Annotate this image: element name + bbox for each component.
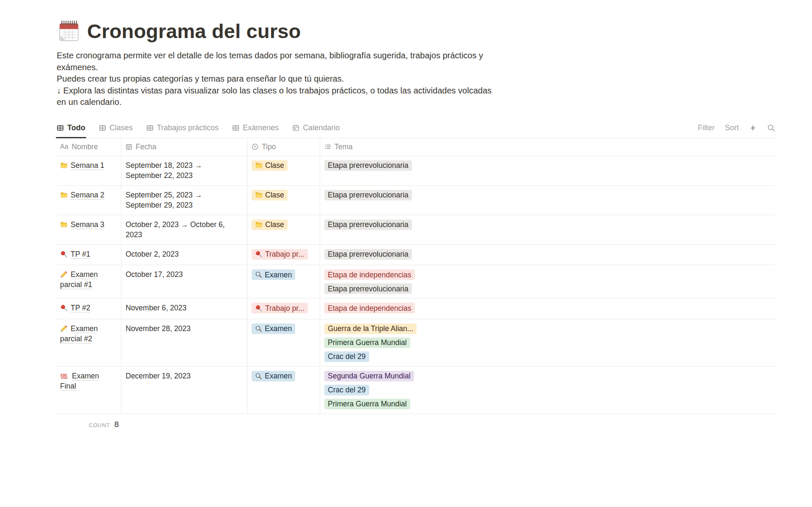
tag-label: Etapa de independencias: [328, 270, 411, 280]
tag-label: Trabajo pr...: [265, 249, 304, 259]
fecha-cell[interactable]: October 2, 2023 → October 6, 2023: [121, 215, 247, 244]
tag-label: Etapa prerrevolucionaria: [328, 219, 409, 230]
name-cell[interactable]: Examen parcial #1: [57, 265, 121, 298]
tema-cell[interactable]: Etapa prerrevolucionaria: [320, 245, 775, 265]
fecha-cell[interactable]: October 2, 2023: [121, 245, 247, 265]
column-header-tipo[interactable]: Tipo: [247, 138, 320, 156]
column-header-fecha[interactable]: Fecha: [121, 138, 247, 156]
fecha-cell[interactable]: September 18, 2023 → September 22, 2023: [121, 156, 247, 185]
tipo-cell[interactable]: Clase: [247, 156, 320, 185]
tema-tag: Etapa prerrevolucionaria: [324, 160, 412, 171]
row-name-link[interactable]: Semana 2: [71, 191, 104, 200]
tema-cell[interactable]: Etapa prerrevolucionaria: [320, 215, 775, 244]
tema-cell[interactable]: Etapa prerrevolucionaria: [320, 156, 775, 185]
fecha-cell[interactable]: November 28, 2023: [121, 319, 247, 366]
tema-cell[interactable]: Guerra de la Triple Alian...Primera Guer…: [320, 319, 775, 366]
tipo-tag: Clase: [252, 160, 288, 171]
hundred-icon: 100: [60, 372, 69, 380]
tab-todo[interactable]: Todo: [57, 123, 85, 138]
tema-cell[interactable]: Segunda Guerra MundialCrac del 29Primera…: [320, 367, 775, 414]
tipo-cell[interactable]: Examen: [247, 319, 320, 366]
table-row: Semana 3October 2, 2023 → October 6, 202…: [57, 215, 775, 245]
tipo-cell[interactable]: Clase: [247, 186, 320, 215]
table-row: Examen parcial #1October 17, 2023ExamenE…: [57, 265, 775, 299]
tab-calendario[interactable]: Calendario: [292, 123, 340, 138]
tab-examenes[interactable]: Exámenes: [232, 123, 279, 138]
tab-clases[interactable]: Clases: [99, 123, 133, 138]
notion-page: Cronograma del curso Este cronograma per…: [57, 0, 775, 429]
tipo-tag: Clase: [252, 190, 288, 200]
tag-label: Crac del 29: [328, 385, 366, 395]
tema-cell[interactable]: Etapa prerrevolucionaria: [320, 186, 775, 215]
pushpin-icon: [60, 250, 68, 258]
name-cell[interactable]: TP #1: [57, 245, 121, 265]
text-type-icon: Aa: [60, 143, 69, 150]
tipo-cell[interactable]: Examen: [247, 265, 320, 298]
tab-label: Calendario: [303, 123, 340, 132]
tema-cell[interactable]: Etapa de independenciasEtapa prerrevoluc…: [320, 265, 775, 298]
tema-tag: Etapa de independencias: [324, 303, 415, 313]
name-cell[interactable]: Semana 1: [57, 156, 121, 185]
tag-label: Clase: [265, 160, 284, 170]
table-row: Semana 1September 18, 2023 → September 2…: [57, 156, 775, 186]
tipo-cell[interactable]: Examen: [247, 367, 320, 414]
name-cell[interactable]: Examen parcial #2: [57, 319, 121, 366]
name-cell[interactable]: Semana 2: [57, 186, 121, 215]
fecha-cell[interactable]: December 19, 2023: [121, 367, 247, 414]
fecha-cell[interactable]: October 17, 2023: [121, 265, 247, 298]
page-header: Cronograma del curso: [57, 19, 775, 43]
tag-label: Examen: [265, 371, 292, 381]
description-line: ↓ Explora las distintas vistas para visu…: [57, 85, 775, 97]
search-icon[interactable]: [767, 124, 775, 132]
table-view-icon: [232, 124, 239, 132]
description-line: exámenes.: [57, 62, 775, 74]
tag-label: Etapa prerrevolucionaria: [328, 190, 409, 200]
folder-icon: [255, 162, 263, 169]
name-cell[interactable]: TP #2: [57, 299, 121, 319]
filter-button[interactable]: Filter: [698, 123, 715, 132]
table-row: Examen parcial #2November 28, 2023Examen…: [57, 319, 775, 367]
page-title[interactable]: Cronograma del curso: [87, 19, 301, 43]
page-description[interactable]: Este cronograma permite ver el detalle d…: [57, 50, 775, 108]
column-header-nombre[interactable]: AaNombre: [57, 138, 121, 156]
column-label: Nombre: [72, 143, 98, 151]
tipo-cell[interactable]: Trabajo pr...: [247, 299, 320, 319]
row-name-link[interactable]: TP #1: [71, 250, 90, 259]
tipo-tag: Examen: [252, 269, 295, 280]
tag-label: Crac del 29: [328, 351, 366, 362]
fecha-cell[interactable]: September 25, 2023 → September 29, 2023: [121, 186, 247, 215]
sort-button[interactable]: Sort: [725, 123, 739, 132]
name-cell[interactable]: Semana 3: [57, 215, 121, 244]
tema-cell[interactable]: Etapa de independencias: [320, 299, 775, 319]
table-view-icon: [99, 124, 106, 132]
folder-icon: [60, 221, 68, 228]
pushpin-icon: [60, 304, 68, 312]
lightning-icon[interactable]: [749, 124, 757, 132]
tab-trabajos-practicos[interactable]: Trabajos prácticos: [146, 123, 219, 138]
calendar-view-icon: [292, 124, 299, 132]
tag-label: Primera Guerra Mundial: [328, 399, 407, 409]
pencil-icon: [60, 325, 68, 332]
tema-tag: Guerra de la Triple Alian...: [324, 323, 417, 334]
column-header-tema[interactable]: Tema: [320, 138, 775, 156]
fecha-cell[interactable]: November 6, 2023: [121, 299, 247, 319]
tipo-cell[interactable]: Clase: [247, 215, 320, 244]
table-footer[interactable]: COUNT 8: [57, 420, 775, 429]
tema-tag: Primera Guerra Mundial: [324, 399, 410, 409]
row-name-link[interactable]: Semana 3: [71, 220, 104, 229]
tag-label: Etapa de independencias: [328, 303, 411, 313]
row-name-link[interactable]: TP #2: [71, 304, 90, 312]
folder-icon: [60, 162, 68, 169]
magnifier-icon: [255, 373, 262, 380]
table-row: Semana 2September 25, 2023 → September 2…: [57, 186, 775, 215]
pushpin-icon: [255, 304, 263, 312]
tag-label: Trabajo pr...: [265, 303, 304, 313]
tipo-tag: Trabajo pr...: [252, 303, 308, 313]
spiral-calendar-icon[interactable]: [57, 19, 81, 43]
row-name-link[interactable]: Semana 1: [71, 161, 104, 170]
tipo-tag: Trabajo pr...: [252, 249, 308, 260]
name-cell[interactable]: 100Examen Final: [57, 367, 121, 414]
folder-icon: [255, 191, 263, 199]
pencil-icon: [60, 271, 68, 278]
tipo-cell[interactable]: Trabajo pr...: [247, 245, 320, 265]
